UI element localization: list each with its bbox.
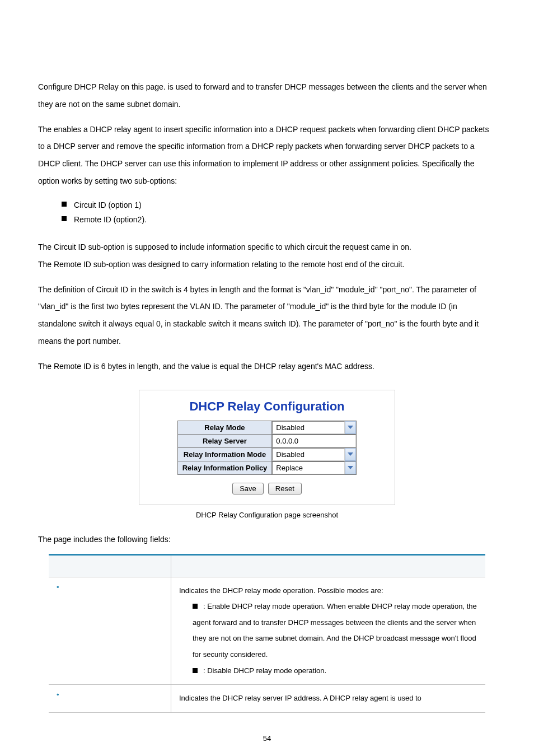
list-item: Remote ID (option2).	[62, 212, 496, 227]
chevron-down-icon[interactable]	[345, 461, 356, 474]
list-item: Circuit ID (option 1)	[62, 198, 496, 213]
description-cell: Indicates the DHCP relay server IP addre…	[171, 685, 486, 713]
text: The	[38, 125, 54, 134]
paragraph-3: The Circuit ID sub-option is supposed to…	[38, 239, 496, 256]
row-label: Relay Mode	[177, 421, 272, 434]
save-button[interactable]: Save	[232, 483, 264, 494]
paragraph-1: Configure DHCP Relay on this page. is us…	[38, 78, 496, 113]
row-label: Relay Information Policy	[177, 461, 272, 474]
figure-caption: DHCP Relay Configuration page screenshot	[38, 511, 496, 519]
row-label: Relay Server	[177, 434, 272, 447]
text: Configure DHCP Relay on this page.	[38, 82, 166, 91]
bullet-icon	[57, 690, 65, 699]
select-value: Disabled	[272, 421, 345, 434]
page: Configure DHCP Relay on this page. is us…	[0, 0, 534, 756]
suboption-list: Circuit ID (option 1) Remote ID (option2…	[62, 198, 496, 227]
button-row: Save Reset	[139, 483, 395, 494]
desc-disabled: : Disable DHCP relay mode operation.	[179, 663, 477, 679]
config-figure: DHCP Relay Configuration Relay Mode Disa…	[139, 390, 395, 505]
figure-title: DHCP Relay Configuration	[139, 399, 395, 414]
reset-button[interactable]: Reset	[268, 483, 302, 494]
header-description	[171, 554, 486, 577]
relay-mode-select[interactable]: Disabled	[272, 421, 356, 434]
desc-enabled: : Enable DHCP relay mode operation. When…	[179, 599, 477, 662]
row-label: Relay Information Mode	[177, 447, 272, 461]
paragraph-4: The Remote ID sub-option was designed to…	[38, 256, 496, 273]
square-bullet-icon	[193, 604, 198, 609]
enabled-text: : Enable DHCP relay mode operation. When…	[193, 602, 477, 659]
relay-server-input[interactable]: 0.0.0.0	[272, 435, 356, 447]
paragraph-2: The enables a DHCP relay agent to insert…	[38, 121, 496, 190]
chevron-down-icon[interactable]	[345, 448, 356, 461]
select-value: Disabled	[272, 448, 345, 461]
fields-table: Indicates the DHCP relay mode operation.…	[49, 554, 485, 713]
desc-intro: Indicates the DHCP relay mode operation.…	[179, 583, 477, 599]
page-number: 54	[0, 734, 534, 743]
fields-intro: The page includes the following fields:	[38, 535, 496, 544]
paragraph-6: The Remote ID is 6 bytes in length, and …	[38, 358, 496, 375]
object-cell	[49, 685, 171, 713]
disabled-text: : Disable DHCP relay mode operation.	[203, 666, 326, 675]
object-cell	[49, 577, 171, 685]
table-header	[49, 554, 485, 577]
square-bullet-icon	[193, 668, 198, 673]
header-object	[49, 554, 171, 577]
config-table: Relay Mode Disabled Relay Server 0.0.0.0	[177, 421, 357, 475]
bullet-icon	[57, 583, 65, 591]
description-cell: Indicates the DHCP relay mode operation.…	[171, 577, 486, 685]
relay-info-policy-select[interactable]: Replace	[272, 461, 356, 474]
relay-info-mode-select[interactable]: Disabled	[272, 448, 356, 461]
table-row: Indicates the DHCP relay server IP addre…	[49, 685, 485, 713]
table-row: Indicates the DHCP relay mode operation.…	[49, 577, 485, 685]
paragraph-5: The definition of Circuit ID in the swit…	[38, 281, 496, 350]
select-value: Replace	[272, 461, 345, 474]
chevron-down-icon[interactable]	[345, 421, 356, 434]
text: enables a DHCP relay agent to insert spe…	[38, 125, 489, 185]
